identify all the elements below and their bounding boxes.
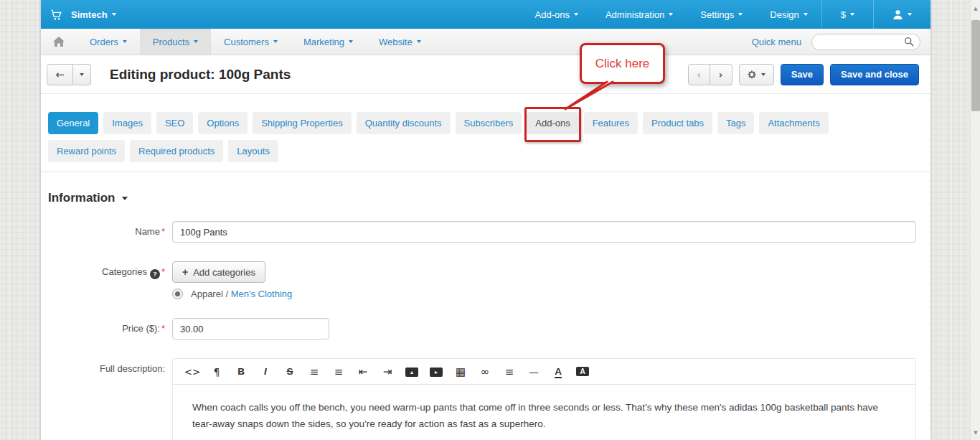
tab-shipping-properties[interactable]: Shipping Properties	[253, 112, 351, 134]
tab-product-tabs[interactable]: Product tabs	[643, 112, 712, 134]
page-title: Editing product: 100g Pants	[110, 67, 291, 83]
nav-item-marketing[interactable]: Marketing	[291, 29, 366, 55]
quick-menu-link[interactable]: Quick menu	[752, 37, 801, 47]
scroll-up-icon[interactable]: ▲	[971, 6, 980, 11]
unordered-list-icon[interactable]: ≡	[302, 360, 326, 384]
chevron-down-icon	[804, 13, 808, 16]
user-icon	[892, 9, 903, 20]
page-header: ← Editing product: 100g Pants ‹ › Save S…	[41, 55, 930, 94]
text-color-icon[interactable]: A	[546, 360, 570, 384]
admin-page: Simtech Add-ons Administration Settings …	[41, 0, 930, 440]
strikethrough-icon[interactable]: S	[278, 360, 302, 384]
search-box	[811, 34, 920, 50]
section-title: Information	[48, 191, 116, 205]
horizontal-rule-icon[interactable]: —	[522, 360, 546, 384]
topbar-menu-settings[interactable]: Settings	[687, 0, 756, 29]
chevron-right-icon: ›	[719, 69, 723, 80]
nav-label: Customers	[224, 37, 269, 47]
bold-icon[interactable]: B	[229, 360, 253, 384]
tab-addons[interactable]: Add-ons	[527, 112, 578, 134]
outdent-icon[interactable]: ⇤	[351, 360, 375, 384]
currency-menu[interactable]: $	[821, 0, 873, 29]
description-control: <> ¶ B I S ≡ ≡ ⇤ ⇥ ▴ ▸ ▦ ∞	[172, 358, 916, 440]
nav-label: Website	[379, 37, 413, 47]
tab-options[interactable]: Options	[198, 112, 248, 134]
user-account-menu[interactable]	[873, 0, 930, 29]
topbar-menu-design[interactable]: Design	[756, 0, 821, 29]
align-icon[interactable]: ≡	[497, 360, 522, 384]
chevron-down-icon	[908, 13, 912, 16]
nav-item-website[interactable]: Website	[366, 29, 434, 55]
tab-content: Information Name* Categories?* + Add cat…	[41, 191, 930, 440]
source-code-icon[interactable]: <>	[180, 360, 204, 384]
settings-dropdown-button[interactable]	[739, 64, 774, 85]
description-label: Full description:	[41, 358, 172, 440]
vertical-scrollbar[interactable]: ▲ ▼	[970, 0, 980, 440]
image-glyph: ▴	[405, 368, 418, 377]
admin-screen: Simtech Add-ons Administration Settings …	[0, 0, 980, 440]
add-categories-button[interactable]: + Add categories	[172, 261, 265, 283]
quick-search-input[interactable]	[821, 37, 904, 47]
scrollbar-thumb[interactable]	[971, 20, 980, 111]
insert-table-icon[interactable]: ▦	[448, 360, 473, 384]
tab-seo[interactable]: SEO	[156, 112, 193, 134]
categories-label: Categories?*	[41, 261, 172, 299]
tab-attachments[interactable]: Attachments	[759, 112, 828, 134]
home-button[interactable]	[41, 29, 77, 55]
chevron-down-icon	[194, 40, 198, 43]
description-text[interactable]: When coach calls you off the bench, you …	[173, 385, 915, 440]
tab-layouts[interactable]: Layouts	[228, 140, 278, 162]
ordered-list-icon[interactable]: ≡	[326, 360, 351, 384]
paragraph-icon[interactable]: ¶	[204, 360, 229, 384]
next-product-button[interactable]: ›	[710, 64, 732, 85]
name-input[interactable]	[172, 221, 916, 243]
bg-color-glyph: A	[576, 367, 589, 376]
scroll-down-icon[interactable]: ▼	[971, 430, 980, 436]
nav-item-orders[interactable]: Orders	[77, 29, 140, 55]
topbar-menu-administration[interactable]: Administration	[592, 0, 687, 29]
insert-video-icon[interactable]: ▸	[424, 360, 448, 384]
tab-features[interactable]: Features	[584, 112, 638, 134]
nav-item-customers[interactable]: Customers	[211, 29, 291, 55]
search-icon[interactable]	[904, 37, 914, 47]
help-tooltip-icon[interactable]: ?	[150, 269, 160, 279]
tab-subscribers[interactable]: Subscribers	[456, 112, 522, 134]
bg-color-icon[interactable]: A	[570, 360, 595, 384]
main-category-radio[interactable]	[172, 289, 183, 299]
chevron-down-icon	[669, 13, 673, 16]
chevron-down-icon	[123, 40, 127, 43]
indent-icon[interactable]: ⇥	[375, 360, 400, 384]
categories-field-row: Categories?* + Add categories Apparel / …	[41, 261, 930, 299]
currency-label: $	[841, 9, 846, 20]
tabs-row-2: Reward points Required products Layouts	[48, 140, 923, 162]
text-color-glyph: A	[555, 366, 562, 378]
back-button[interactable]: ←	[47, 64, 73, 85]
topbar-menu-addons[interactable]: Add-ons	[522, 0, 592, 29]
back-dropdown-button[interactable]	[73, 64, 91, 85]
save-button[interactable]: Save	[781, 64, 824, 85]
price-input[interactable]	[172, 318, 329, 340]
nav-label: Marketing	[303, 37, 344, 47]
insert-image-icon[interactable]: ▴	[400, 360, 424, 384]
information-section-header[interactable]: Information	[48, 191, 930, 205]
previous-product-button[interactable]: ‹	[688, 64, 710, 85]
tab-reward-points[interactable]: Reward points	[48, 140, 125, 162]
price-label: Price ($):*	[41, 318, 172, 340]
wysiwyg-editor: <> ¶ B I S ≡ ≡ ⇤ ⇥ ▴ ▸ ▦ ∞	[172, 358, 916, 440]
nav-item-products[interactable]: Products	[140, 29, 211, 55]
category-link[interactable]: Men's Clothing	[231, 289, 293, 299]
store-switcher[interactable]: Simtech	[50, 8, 116, 22]
cart-icon	[50, 8, 63, 22]
topbar-menus: Add-ons Administration Settings Design $	[522, 0, 930, 29]
tab-quantity-discounts[interactable]: Quantity discounts	[357, 112, 451, 134]
insert-link-icon[interactable]: ∞	[473, 360, 497, 384]
save-and-close-button[interactable]: Save and close	[830, 64, 919, 85]
category-path: Apparel / Men's Clothing	[191, 289, 292, 299]
italic-icon[interactable]: I	[253, 360, 278, 384]
topbar: Simtech Add-ons Administration Settings …	[41, 0, 930, 29]
tab-images[interactable]: Images	[103, 112, 151, 134]
gear-icon	[747, 70, 757, 80]
tab-tags[interactable]: Tags	[717, 112, 754, 134]
tab-general[interactable]: General	[48, 112, 98, 134]
tab-required-products[interactable]: Required products	[130, 140, 223, 162]
